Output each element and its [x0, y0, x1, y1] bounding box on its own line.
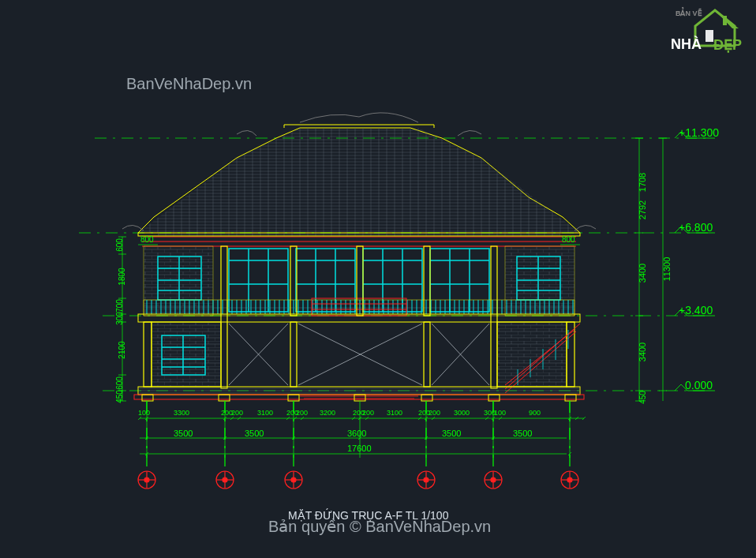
hdim2-3: 3500 [442, 429, 461, 438]
vdim-2: 2792 [638, 200, 647, 219]
drawing-title: MẶT ĐỨNG TRỤC A-F TL 1/100 [288, 509, 448, 522]
svg-point-335 [291, 477, 296, 482]
lvdim-6: 600 [115, 376, 124, 390]
vdim-4: 3400 [638, 343, 647, 361]
svg-point-330 [223, 477, 227, 482]
vdim-6: 450 [638, 391, 647, 404]
dim-800-left: 800 [140, 235, 154, 244]
hdim1-12: 200 [429, 409, 440, 417]
hdim1-1: 3300 [174, 409, 189, 417]
svg-rect-280 [421, 395, 432, 401]
hdim1-10: 3100 [387, 409, 402, 417]
elevation-label-3: +3.400 [679, 304, 713, 316]
svg-rect-250 [497, 322, 567, 387]
svg-rect-279 [354, 395, 365, 401]
svg-point-345 [491, 477, 496, 482]
hdim2-1: 3500 [245, 429, 264, 438]
vdim-3: 3400 [638, 264, 647, 283]
lvdim-4: 300 [115, 312, 124, 325]
lvdim-7: 450 [115, 390, 124, 403]
hdim1-4: 3100 [257, 409, 273, 417]
hdim1-9: 200 [362, 409, 374, 417]
svg-rect-245 [491, 246, 497, 388]
hdim1-3: 200 [231, 409, 243, 417]
svg-point-325 [144, 477, 149, 482]
svg-point-350 [567, 477, 572, 482]
hdim2-0: 3500 [174, 429, 193, 438]
svg-rect-247 [290, 322, 297, 387]
lvdim-3: 700 [115, 299, 124, 313]
lvdim-2: 1800 [118, 268, 126, 285]
svg-rect-277 [219, 395, 230, 401]
svg-rect-123 [296, 249, 355, 312]
elevation-label-4: 0.000 [685, 379, 713, 391]
svg-rect-236 [312, 298, 406, 316]
svg-rect-281 [488, 395, 500, 401]
svg-rect-276 [142, 395, 153, 401]
hdim1-16: 900 [529, 409, 541, 417]
lvdim-1: 600 [115, 238, 124, 252]
svg-rect-240 [144, 322, 152, 387]
svg-rect-278 [288, 395, 299, 401]
hdim2-4: 3500 [513, 429, 532, 438]
hdim1-6: 200 [296, 409, 308, 417]
svg-rect-248 [424, 322, 430, 387]
svg-rect-244 [424, 246, 430, 316]
hdim1-0: 100 [138, 409, 150, 417]
svg-point-340 [424, 477, 429, 482]
hdim1-7: 3200 [320, 409, 335, 417]
elevation-label-1: +11.300 [679, 126, 719, 139]
lvdim-5: 2100 [118, 341, 126, 358]
hdim1-13: 3000 [454, 409, 470, 417]
dim-800-right: 800 [562, 235, 575, 244]
hdim2-2: 3600 [347, 429, 366, 438]
vdim-1: 1708 [638, 173, 647, 192]
vdim-5: 11300 [662, 257, 672, 282]
svg-rect-241 [221, 246, 227, 388]
elevation-label-2: +6.800 [679, 221, 713, 234]
hdim1-15: 100 [494, 409, 506, 417]
svg-rect-282 [565, 395, 576, 401]
hdim-total: 17600 [347, 444, 372, 453]
